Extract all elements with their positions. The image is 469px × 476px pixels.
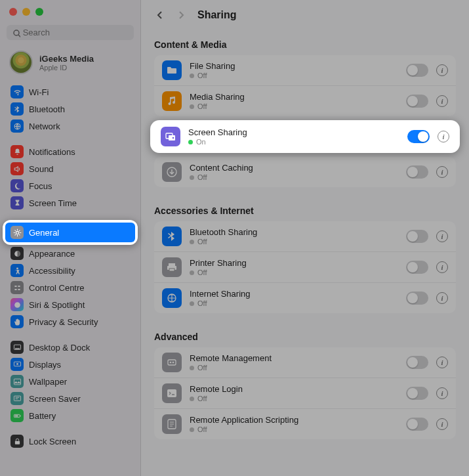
row-content-caching[interactable]: Content Caching Off i: [154, 157, 456, 187]
toggle-content-caching[interactable]: [406, 165, 428, 179]
sidebar-item-appearance[interactable]: Appearance: [7, 245, 134, 262]
sidebar-item-focus[interactable]: Focus: [7, 177, 134, 194]
window-controls: [7, 7, 134, 25]
row-title: Media Sharing: [190, 92, 398, 102]
sidebar-item-label: Bluetooth: [29, 104, 65, 114]
apple-id-account[interactable]: iGeeks Media Apple ID: [7, 49, 134, 83]
toggle-internet-sharing[interactable]: [406, 292, 428, 305]
info-button[interactable]: i: [436, 95, 448, 107]
search-field[interactable]: [7, 25, 134, 40]
row-printer-sharing[interactable]: Printer Sharing Off i: [154, 251, 456, 282]
sidebar-item-wallpaper[interactable]: Wallpaper: [7, 373, 134, 390]
row-status: Off: [190, 72, 398, 79]
sidebar-item-label: Desktop & Dock: [29, 343, 90, 353]
forward-button[interactable]: [174, 8, 188, 22]
row-remote-application-scripting[interactable]: Remote Application Scripting Off i: [154, 408, 456, 439]
status-dot: [190, 427, 194, 432]
sidebar-item-network[interactable]: Network: [7, 118, 134, 135]
row-title: Remote Management: [190, 353, 398, 363]
info-button[interactable]: i: [436, 418, 448, 430]
sidebar-item-siri-spotlight[interactable]: Siri & Spotlight: [7, 296, 134, 313]
sidebar-item-wi-fi[interactable]: Wi-Fi: [7, 83, 134, 100]
row-title: Content Caching: [190, 163, 398, 173]
info-button[interactable]: i: [436, 230, 448, 242]
wifi-icon: [10, 85, 24, 98]
search-input[interactable]: [23, 28, 129, 37]
page-title: Sharing: [197, 9, 237, 21]
status-dot: [190, 270, 194, 275]
sidebar-item-battery[interactable]: Battery: [7, 407, 134, 424]
hourglass-icon: [10, 196, 24, 209]
row-title: Printer Sharing: [190, 258, 398, 268]
sidebar-item-label: Focus: [29, 181, 52, 191]
status-dot: [190, 175, 194, 180]
close-window-button[interactable]: [9, 8, 17, 16]
toggle-file-sharing[interactable]: [406, 64, 428, 77]
sidebar-item-bluetooth[interactable]: Bluetooth: [7, 100, 134, 118]
sidebar-item-general[interactable]: General: [5, 223, 135, 242]
section-title: Advanced: [154, 332, 456, 342]
sidebar-item-accessibility[interactable]: Accessibility: [7, 262, 134, 279]
moon-icon: [10, 179, 24, 192]
sidebar-item-screen-time[interactable]: Screen Time: [7, 194, 134, 211]
info-button[interactable]: i: [436, 357, 448, 368]
sidebar-item-label: Accessibility: [29, 266, 75, 276]
search-icon: [12, 28, 20, 37]
sidebar-item-label: Control Centre: [29, 283, 85, 293]
info-button[interactable]: i: [436, 387, 448, 399]
status-dot: [188, 140, 193, 144]
lock-icon: [10, 435, 24, 448]
download-icon: [162, 162, 182, 182]
status-dot: [190, 301, 194, 306]
row-title: Remote Application Scripting: [190, 415, 398, 425]
row-title: Remote Login: [190, 384, 398, 394]
info-button[interactable]: i: [438, 131, 449, 142]
minimize-window-button[interactable]: [22, 8, 30, 16]
sidebar-item-privacy-security[interactable]: Privacy & Security: [7, 313, 134, 330]
row-title: Bluetooth Sharing: [190, 227, 398, 237]
sidebar-item-lock-screen[interactable]: Lock Screen: [7, 433, 134, 450]
toggle-remote-management[interactable]: [406, 356, 428, 369]
sidebar-item-label: Lock Screen: [29, 437, 76, 446]
status-dot: [190, 74, 194, 78]
sidebar-item-notifications[interactable]: Notifications: [7, 143, 134, 160]
row-bluetooth-sharing[interactable]: Bluetooth Sharing Off i: [154, 221, 456, 251]
sidebar: iGeeks Media Apple ID Wi-Fi Bluetooth Ne…: [0, 0, 141, 476]
sidebar-item-screen-saver[interactable]: Screen Saver: [7, 390, 134, 407]
row-remote-login[interactable]: Remote Login Off i: [154, 378, 456, 408]
remote-icon: [162, 353, 182, 372]
info-button[interactable]: i: [436, 261, 448, 273]
row-status: Off: [190, 173, 398, 181]
sidebar-item-sound[interactable]: Sound: [7, 160, 134, 177]
toggle-screen-sharing[interactable]: [407, 130, 430, 143]
info-button[interactable]: i: [436, 292, 448, 304]
printer-icon: [162, 257, 182, 277]
accessibility-icon: [10, 264, 24, 277]
info-button[interactable]: i: [436, 166, 448, 178]
sidebar-item-label: Screen Time: [29, 198, 77, 208]
toggle-printer-sharing[interactable]: [406, 261, 428, 274]
sidebar-item-displays[interactable]: Displays: [7, 356, 134, 373]
row-media-sharing[interactable]: Media Sharing Off i: [154, 85, 456, 116]
toggle-remote-application-scripting[interactable]: [406, 418, 428, 431]
row-file-sharing[interactable]: File Sharing Off i: [154, 55, 456, 85]
bluetooth-icon: [10, 102, 24, 116]
row-screen-sharing[interactable]: Screen Sharing On i: [150, 120, 460, 153]
sidebar-item-label: General: [29, 228, 59, 238]
toggle-remote-login[interactable]: [406, 387, 428, 400]
sidebar-item-label: Notifications: [29, 147, 75, 157]
toggle-bluetooth-sharing[interactable]: [406, 230, 428, 243]
back-button[interactable]: [153, 8, 167, 22]
zoom-window-button[interactable]: [35, 8, 43, 16]
sidebar-item-desktop-dock[interactable]: Desktop & Dock: [7, 339, 134, 356]
row-status: Off: [190, 364, 398, 372]
status-dot: [190, 397, 194, 401]
script-icon: [162, 414, 182, 434]
sidebar-item-control-centre[interactable]: Control Centre: [7, 279, 134, 296]
info-button[interactable]: i: [436, 64, 448, 76]
account-sub: Apple ID: [39, 64, 94, 72]
row-remote-management[interactable]: Remote Management Off i: [154, 347, 456, 378]
row-status: Off: [190, 425, 398, 433]
toggle-media-sharing[interactable]: [406, 95, 428, 108]
row-internet-sharing[interactable]: Internet Sharing Off i: [154, 282, 456, 313]
